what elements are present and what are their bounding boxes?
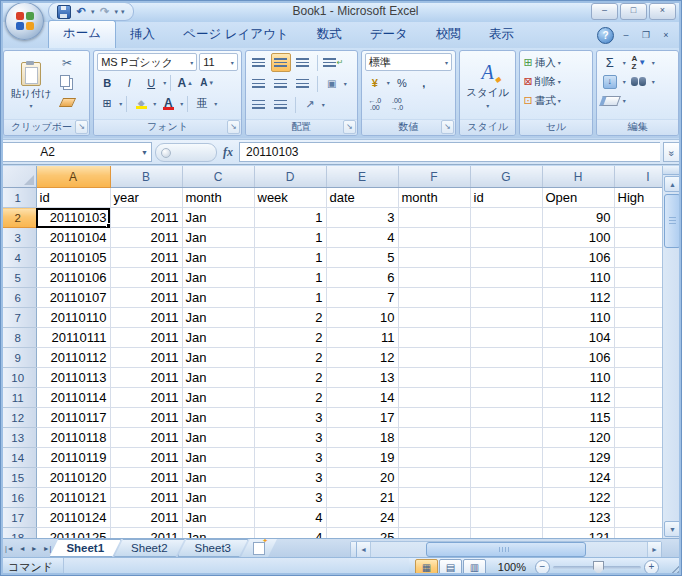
cell-D15[interactable]: 3 <box>254 468 326 488</box>
row-header[interactable]: 7 <box>0 308 36 328</box>
orientation-dropdown[interactable]: ▾ <box>322 101 325 108</box>
cell-C3[interactable]: Jan <box>182 228 254 248</box>
tab-page-layout[interactable]: ページ レイアウト <box>169 22 303 48</box>
cell-H9[interactable]: 106 <box>542 348 614 368</box>
row-header[interactable]: 6 <box>0 288 36 308</box>
cell-D18[interactable]: 4 <box>254 528 326 539</box>
cell-E16[interactable]: 21 <box>326 488 398 508</box>
cell-F13[interactable] <box>398 428 470 448</box>
cell-E5[interactable]: 6 <box>326 268 398 288</box>
prev-sheet-button[interactable]: ◄ <box>17 543 28 554</box>
row-header[interactable]: 8 <box>0 328 36 348</box>
redo-dropdown[interactable]: ▾ <box>115 8 119 16</box>
wrap-text-button[interactable]: ↵ <box>322 53 345 72</box>
row-header[interactable]: 15 <box>0 468 36 488</box>
qat-customize-button[interactable]: ▾ <box>121 8 125 16</box>
cell-A13[interactable]: 20110118 <box>36 428 110 448</box>
bold-button[interactable]: B <box>97 73 117 92</box>
close-button[interactable]: × <box>649 3 676 20</box>
cell-B13[interactable]: 2011 <box>110 428 182 448</box>
cell-C15[interactable]: Jan <box>182 468 254 488</box>
cell-B3[interactable]: 2011 <box>110 228 182 248</box>
cell-C10[interactable]: Jan <box>182 368 254 388</box>
number-dialog-launcher[interactable]: ↘ <box>441 120 454 134</box>
vertical-scroll-thumb[interactable] <box>664 194 681 248</box>
borders-button[interactable]: ⊞ <box>97 94 117 113</box>
decrease-indent-button[interactable] <box>249 95 269 114</box>
cell-B14[interactable]: 2011 <box>110 448 182 468</box>
cell-A5[interactable]: 20110106 <box>36 268 110 288</box>
align-middle-button[interactable] <box>271 53 291 72</box>
orientation-button[interactable]: ↗ <box>300 95 320 114</box>
cell-B1[interactable]: year <box>110 188 182 208</box>
horizontal-scroll-track[interactable] <box>371 542 647 557</box>
vertical-scrollbar[interactable]: ▲ ▼ <box>662 166 682 538</box>
cell-A8[interactable]: 20110111 <box>36 328 110 348</box>
italic-button[interactable]: I <box>119 73 139 92</box>
row-header[interactable]: 2 <box>0 208 36 228</box>
cell-D8[interactable]: 2 <box>254 328 326 348</box>
vertical-split-box[interactable] <box>663 166 682 175</box>
doc-close-button[interactable]: × <box>658 29 674 42</box>
last-sheet-button[interactable]: ►| <box>41 543 54 554</box>
cell-C13[interactable]: Jan <box>182 428 254 448</box>
cell-A3[interactable]: 20110104 <box>36 228 110 248</box>
cell-H3[interactable]: 100 <box>542 228 614 248</box>
increase-indent-button[interactable] <box>271 95 291 114</box>
format-painter-button[interactable] <box>57 93 77 112</box>
merge-center-button[interactable]: ▣ <box>322 74 342 93</box>
cell-D12[interactable]: 3 <box>254 408 326 428</box>
cell-F10[interactable] <box>398 368 470 388</box>
cell-G18[interactable] <box>470 528 542 539</box>
cell-C16[interactable]: Jan <box>182 488 254 508</box>
cell-C4[interactable]: Jan <box>182 248 254 268</box>
cell-E2[interactable]: 3 <box>326 208 398 228</box>
tab-insert[interactable]: 挿入 <box>116 22 169 48</box>
insert-function-button[interactable]: fx <box>220 145 236 160</box>
cell-H18[interactable]: 121 <box>542 528 614 539</box>
zoom-out-button[interactable]: − <box>535 560 550 575</box>
cell-D13[interactable]: 3 <box>254 428 326 448</box>
cell-F15[interactable] <box>398 468 470 488</box>
find-select-button[interactable] <box>629 72 649 91</box>
clear-button[interactable] <box>600 91 620 110</box>
currency-button[interactable]: ¥ <box>365 73 385 92</box>
cell-F6[interactable] <box>398 288 470 308</box>
column-header-F[interactable]: F <box>398 166 470 188</box>
tab-review[interactable]: 校閲 <box>422 22 475 48</box>
cell-D6[interactable]: 1 <box>254 288 326 308</box>
cell-A15[interactable]: 20110120 <box>36 468 110 488</box>
font-dialog-launcher[interactable]: ↘ <box>227 120 240 134</box>
cell-C11[interactable]: Jan <box>182 388 254 408</box>
cell-D1[interactable]: week <box>254 188 326 208</box>
tab-formulas[interactable]: 数式 <box>303 22 356 48</box>
cell-D9[interactable]: 2 <box>254 348 326 368</box>
cell-B10[interactable]: 2011 <box>110 368 182 388</box>
row-header[interactable]: 12 <box>0 408 36 428</box>
cell-A18[interactable]: 20110125 <box>36 528 110 539</box>
align-right-button[interactable] <box>293 74 313 93</box>
column-header-G[interactable]: G <box>470 166 542 188</box>
cell-F1[interactable]: month <box>398 188 470 208</box>
cell-A11[interactable]: 20110114 <box>36 388 110 408</box>
phonetic-button[interactable]: 亜 <box>192 94 212 113</box>
cell-C6[interactable]: Jan <box>182 288 254 308</box>
cell-D3[interactable]: 1 <box>254 228 326 248</box>
merge-center-dropdown[interactable]: ▾ <box>344 80 347 87</box>
cell-D4[interactable]: 1 <box>254 248 326 268</box>
cell-B18[interactable]: 2011 <box>110 528 182 539</box>
cell-F14[interactable] <box>398 448 470 468</box>
cell-B8[interactable]: 2011 <box>110 328 182 348</box>
cell-F18[interactable] <box>398 528 470 539</box>
column-header-C[interactable]: C <box>182 166 254 188</box>
clear-dropdown[interactable]: ▾ <box>623 97 626 104</box>
cell-G1[interactable]: id <box>470 188 542 208</box>
scroll-up-button[interactable]: ▲ <box>664 176 681 192</box>
row-header[interactable]: 3 <box>0 228 36 248</box>
cell-E14[interactable]: 19 <box>326 448 398 468</box>
cell-C14[interactable]: Jan <box>182 448 254 468</box>
cell-H13[interactable]: 120 <box>542 428 614 448</box>
cell-A12[interactable]: 20110117 <box>36 408 110 428</box>
alignment-dialog-launcher[interactable]: ↘ <box>343 120 356 134</box>
cell-B9[interactable]: 2011 <box>110 348 182 368</box>
